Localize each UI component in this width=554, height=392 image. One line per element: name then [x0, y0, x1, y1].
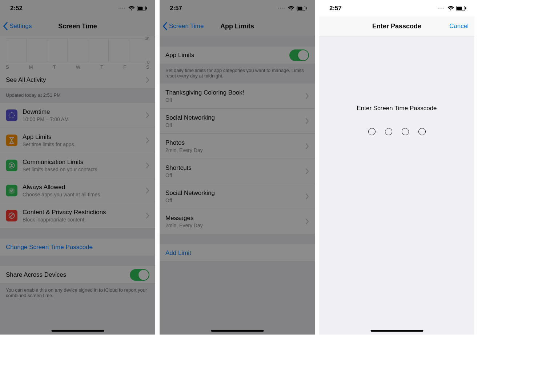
- limit-title: Shortcuts: [165, 164, 302, 172]
- back-button[interactable]: Screen Time: [162, 22, 204, 30]
- limit-title: Photos: [165, 139, 302, 147]
- limit-sub: 2min, Every Day: [165, 223, 302, 228]
- share-desc: You can enable this on any device signed…: [0, 284, 155, 303]
- comm-limits-sub: Set limits based on your contacts.: [23, 167, 143, 172]
- svg-rect-9: [298, 7, 302, 10]
- chart-max-label: 1h: [145, 36, 149, 40]
- chevron-left-icon: [162, 22, 168, 30]
- downtime-icon: [6, 109, 17, 121]
- app-limits-sub: Set time limits for apps.: [23, 141, 143, 147]
- person-icon: [6, 160, 17, 171]
- app-limits-row[interactable]: App Limits Set time limits for apps.: [0, 128, 155, 153]
- status-icons: [438, 6, 466, 11]
- back-button[interactable]: Settings: [3, 22, 32, 30]
- app-limits-toggle-label: App Limits: [165, 52, 289, 59]
- see-all-activity-row[interactable]: See All Activity: [0, 71, 155, 89]
- svg-point-5: [11, 164, 13, 166]
- content-privacy-sub: Block inappropriate content.: [23, 217, 143, 223]
- nosign-icon: [6, 210, 17, 221]
- battery-icon: [456, 6, 466, 11]
- chevron-right-icon: [146, 77, 149, 83]
- wifi-icon: [288, 6, 294, 11]
- limit-row[interactable]: Shortcuts Off: [160, 159, 315, 184]
- limit-sub: Off: [165, 197, 302, 203]
- nav-bar: Screen Time App Limits: [160, 16, 315, 36]
- cellular-icon: [278, 8, 285, 9]
- content-privacy-row[interactable]: Content & Privacy Restrictions Block ina…: [0, 203, 155, 228]
- chevron-right-icon: [305, 219, 309, 224]
- share-toggle[interactable]: [130, 269, 149, 281]
- back-label: Settings: [9, 23, 32, 30]
- hourglass-icon: [6, 135, 17, 146]
- limit-row[interactable]: Thanksgiving Coloring Book! Off: [160, 84, 315, 109]
- usage-chart: 1h 0 S M T W T F S: [0, 36, 155, 71]
- change-passcode-row[interactable]: Change Screen Time Passcode: [0, 239, 155, 256]
- nav-bar: Enter Passcode Cancel: [319, 16, 474, 36]
- enter-passcode-screen: 2:57 Enter Passcode Cancel Enter Screen …: [319, 0, 474, 335]
- wifi-icon: [128, 6, 135, 11]
- limit-row[interactable]: Photos 2min, Every Day: [160, 134, 315, 159]
- passcode-dot: [418, 128, 426, 135]
- check-badge-icon: [6, 185, 17, 196]
- passcode-body: Enter Screen Time Passcode: [319, 36, 474, 335]
- chevron-right-icon: [146, 163, 149, 168]
- page-title: Screen Time: [58, 23, 97, 30]
- cellular-icon: [119, 8, 125, 9]
- svg-rect-12: [457, 7, 462, 10]
- app-limits-title: App Limits: [23, 133, 143, 141]
- limit-sub: Off: [165, 122, 302, 128]
- status-bar: 2:57: [319, 0, 474, 16]
- battery-icon: [137, 6, 147, 11]
- chevron-right-icon: [305, 143, 309, 149]
- home-indicator[interactable]: [211, 330, 264, 332]
- app-limits-screen: 2:57 Screen Time App Limits App Limits S…: [160, 0, 315, 335]
- page-title: Enter Passcode: [372, 23, 421, 30]
- limit-sub: 2min, Every Day: [165, 147, 302, 153]
- share-label: Share Across Devices: [6, 271, 130, 279]
- svg-rect-10: [306, 7, 307, 9]
- status-icons: [119, 6, 147, 11]
- add-limit-label: Add Limit: [165, 249, 191, 257]
- status-time: 2:57: [170, 5, 182, 12]
- add-limit-row[interactable]: Add Limit: [160, 244, 315, 262]
- limit-row[interactable]: Social Networking Off: [160, 109, 315, 134]
- communication-limits-row[interactable]: Communication Limits Set limits based on…: [0, 153, 155, 178]
- home-indicator[interactable]: [370, 330, 423, 332]
- chevron-right-icon: [305, 93, 309, 99]
- chevron-right-icon: [146, 188, 149, 193]
- screen-time-settings: 2:52 Settings Screen Time 1h 0 S M T W T: [0, 0, 155, 335]
- wifi-icon: [447, 6, 454, 11]
- chevron-left-icon: [3, 22, 8, 30]
- always-allowed-row[interactable]: Always Allowed Choose apps you want at a…: [0, 178, 155, 203]
- passcode-prompt: Enter Screen Time Passcode: [357, 105, 437, 112]
- content: App Limits Set daily time limits for app…: [160, 36, 315, 335]
- limit-title: Social Networking: [165, 114, 302, 121]
- status-icons: [278, 6, 307, 11]
- downtime-row[interactable]: Downtime 10:00 PM – 7:00 AM: [0, 103, 155, 128]
- cellular-icon: [438, 8, 444, 9]
- chart-min-label: 0: [147, 60, 149, 64]
- downtime-sub: 10:00 PM – 7:00 AM: [23, 116, 143, 122]
- limit-row[interactable]: Messages 2min, Every Day: [160, 209, 315, 234]
- home-indicator[interactable]: [51, 330, 104, 332]
- status-time: 2:52: [10, 5, 23, 12]
- passcode-dot: [368, 128, 376, 135]
- cancel-button[interactable]: Cancel: [449, 23, 469, 30]
- battery-icon: [297, 6, 307, 11]
- share-across-devices-row[interactable]: Share Across Devices: [0, 266, 155, 284]
- app-limits-toggle[interactable]: [289, 49, 309, 61]
- chevron-right-icon: [305, 193, 309, 199]
- limit-title: Thanksgiving Coloring Book!: [165, 89, 302, 96]
- content-privacy-title: Content & Privacy Restrictions: [23, 209, 143, 216]
- limit-row[interactable]: Social Networking Off: [160, 184, 315, 209]
- comm-limits-title: Communication Limits: [23, 159, 143, 166]
- change-passcode-label: Change Screen Time Passcode: [6, 244, 93, 251]
- svg-rect-2: [146, 7, 147, 9]
- back-label: Screen Time: [169, 23, 204, 30]
- app-limits-toggle-row[interactable]: App Limits: [160, 47, 315, 64]
- passcode-dot: [385, 128, 392, 135]
- chevron-right-icon: [146, 137, 149, 143]
- chevron-right-icon: [305, 118, 309, 124]
- downtime-title: Downtime: [23, 108, 143, 116]
- status-bar: 2:57: [160, 0, 315, 16]
